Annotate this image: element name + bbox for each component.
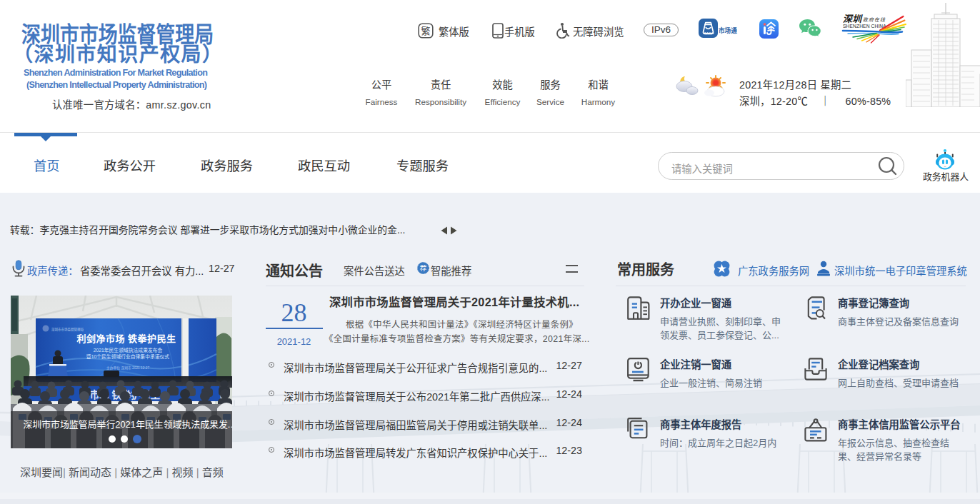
svg-text:深圳: 深圳 xyxy=(843,14,863,24)
svg-text:2021年民生领域执法成果发布会: 2021年民生领域执法成果发布会 xyxy=(94,347,163,353)
svg-text:荐: 荐 xyxy=(420,264,427,272)
svg-text:暨10个民生领域行业自律集中承诺仪式: 暨10个民生领域行业自律集中承诺仪式 xyxy=(86,353,170,360)
svg-text:深圳市市场监督管理局: 深圳市市场监督管理局 xyxy=(51,327,84,332)
svg-text:繁: 繁 xyxy=(421,26,430,36)
svg-text:政府在线: 政府在线 xyxy=(863,17,886,22)
svg-text:利剑净市场 铁拳护民生: 利剑净市场 铁拳护民生 xyxy=(76,333,176,344)
svg-text:SHENZHEN CHINA: SHENZHEN CHINA xyxy=(843,24,886,29)
svg-text:主办单位 深圳市 2021.12.27: 主办单位 深圳市 2021.12.27 xyxy=(106,366,150,371)
